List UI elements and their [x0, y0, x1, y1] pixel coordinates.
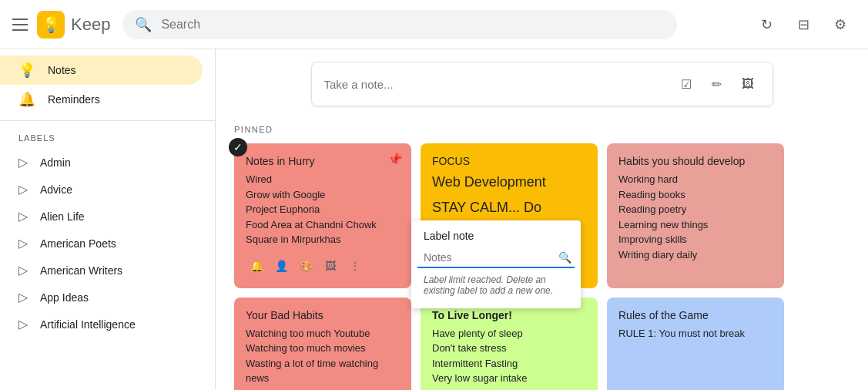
logo: 💡 Keep [37, 11, 110, 39]
note-more-button[interactable]: ⋮ [344, 255, 366, 277]
label-popup-search[interactable]: 🔍 [417, 248, 575, 268]
note-line: Writing diary daily [618, 247, 772, 263]
search-input[interactable] [161, 18, 665, 32]
label-icon-advice: ▷ [18, 182, 28, 197]
settings-icon: ⚙ [834, 16, 846, 33]
sidebar-item-alien-life[interactable]: ▷ Alien Life [0, 203, 203, 230]
note-line: Have plenty of sleep [432, 326, 586, 341]
layout-button[interactable]: ⊟ [788, 9, 819, 40]
note-content-rules: RULE 1: You must not break [618, 326, 772, 341]
note-card-bad-habits[interactable]: Your Bad Habits Watching too much Youtub… [234, 298, 411, 391]
sidebar-reminders-label: Reminders [48, 93, 100, 106]
label-name-writers: American Writers [40, 264, 122, 277]
note-line: Watching too much movies [246, 341, 400, 356]
header-right: ↻ ⊟ ⚙ [751, 9, 856, 40]
note-content-habits: Working hard Reading books Reading poetr… [618, 172, 772, 262]
note-line: Learning new things [618, 217, 772, 233]
pinned-label: PINNED [234, 125, 850, 134]
labels-heading: LABELS [0, 127, 215, 149]
note-card-habits[interactable]: Habits you should develop Working hard R… [607, 143, 784, 288]
note-input-icons: ☑ ✏ 🖼 [674, 72, 760, 96]
note-line: Don't take stress [432, 341, 586, 356]
note-title-notes-in-hurry: Notes in Hurry [246, 155, 400, 167]
sidebar-item-american-writers[interactable]: ▷ American Writers [0, 257, 203, 284]
pin-icon: 📌 [387, 152, 403, 166]
sidebar-item-app-ideas[interactable]: ▷ App Ideas [0, 284, 203, 311]
note-collab-button[interactable]: 👤 [270, 255, 292, 277]
note-line: Wired [246, 172, 400, 187]
header: 💡 Keep 🔍 ↻ ⊟ ⚙ [0, 0, 868, 49]
note-content-notes-in-hurry: Wired Grow with Google Project Euphoria … [246, 172, 400, 247]
sidebar-item-admin[interactable]: ▷ Admin [0, 149, 203, 176]
image-icon-button[interactable]: 🖼 [736, 72, 760, 96]
label-icon-admin: ▷ [18, 155, 28, 170]
note-line: RULE 1: You must not break [618, 326, 772, 341]
note-line: Reading books [618, 187, 772, 203]
sidebar-notes-label: Notes [48, 64, 76, 76]
label-popup-search-icon: 🔍 [558, 251, 571, 264]
label-popup-input[interactable] [424, 251, 558, 264]
note-title-rules: Rules of the Game [618, 309, 772, 321]
checkbox-icon-button[interactable]: ☑ [674, 72, 699, 96]
note-line: Reading poetry [618, 202, 772, 217]
layout-icon: ⊟ [798, 16, 809, 33]
note-line: Square in Mirpurkhas [246, 232, 400, 247]
note-input-bar[interactable]: ☑ ✏ 🖼 [311, 62, 773, 106]
note-line: Very low sugar intake [432, 371, 586, 386]
label-name-poets: American Poets [40, 237, 116, 250]
label-name-admin: Admin [40, 156, 71, 169]
label-icon-alien: ▷ [18, 209, 28, 224]
pinned-check-icon: ✓ [229, 138, 247, 156]
label-icon-poets: ▷ [18, 236, 28, 250]
sidebar-item-notes[interactable]: 💡 Notes [0, 55, 203, 85]
note-line: Project Euphoria [246, 202, 400, 217]
label-popup: Label note 🔍 Label limit reached. Delete… [411, 220, 581, 308]
sidebar-item-reminders[interactable]: 🔔 Reminders [0, 85, 203, 114]
note-image-button[interactable]: 🖼 [320, 255, 341, 277]
note-input[interactable] [324, 78, 674, 91]
note-line: Working hard [618, 172, 772, 187]
note-actions: 🔔 👤 🎨 🖼 ⋮ [246, 255, 400, 277]
search-icon: 🔍 [135, 16, 152, 33]
note-title-live-longer: To Live Longer! [432, 309, 586, 321]
note-line: Improving skills [618, 232, 772, 247]
sidebar-divider [0, 120, 215, 121]
note-content-bad-habits: Watching too much Youtube Watching too m… [246, 326, 400, 386]
note-bell-button[interactable]: 🔔 [246, 255, 267, 277]
label-name-advice: Advice [40, 183, 72, 196]
note-line: Grow with Google [246, 187, 400, 203]
refresh-button[interactable]: ↻ [751, 9, 782, 40]
note-line: Wasting a lot of time watching news [246, 356, 400, 386]
sidebar-item-advice[interactable]: ▷ Advice [0, 176, 203, 203]
menu-button[interactable] [12, 18, 28, 31]
note-palette-button[interactable]: 🎨 [295, 255, 317, 277]
note-card-notes-in-hurry[interactable]: ✓ 📌 Notes in Hurry Wired Grow with Googl… [234, 143, 411, 288]
app-name: Keep [71, 15, 110, 35]
note-line: Food Area at Chandni Chowk [246, 217, 400, 233]
label-icon-app-ideas: ▷ [18, 290, 28, 304]
settings-button[interactable]: ⚙ [825, 9, 856, 40]
label-icon-writers: ▷ [18, 263, 28, 277]
note-line: Web Development [432, 172, 586, 193]
main-content: ☑ ✏ 🖼 PINNED ✓ 📌 Notes in Hurry Wired Gr… [216, 49, 868, 390]
pencil-icon-button[interactable]: ✏ [705, 72, 729, 96]
sidebar-item-ai[interactable]: ▷ Artificial Intelligence [0, 311, 203, 338]
note-title-focus: FOCUS [432, 155, 586, 167]
label-icon-ai: ▷ [18, 317, 28, 331]
logo-icon: 💡 [37, 11, 65, 39]
note-card-live-longer[interactable]: To Live Longer! Have plenty of sleep Don… [421, 298, 598, 391]
note-title-habits: Habits you should develop [618, 155, 772, 167]
header-left: 💡 Keep [12, 11, 110, 39]
sidebar-item-american-poets[interactable]: ▷ American Poets [0, 230, 203, 257]
label-popup-message: Label limit reached. Delete an existing … [411, 268, 581, 302]
note-content-live-longer: Have plenty of sleep Don't take stress I… [432, 326, 586, 386]
note-line: Intermittent Fasting [432, 356, 586, 372]
search-bar[interactable]: 🔍 [122, 10, 677, 39]
label-name-ai: Artificial Intelligence [40, 318, 136, 331]
bulb-icon: 💡 [18, 62, 35, 79]
sidebar: 💡 Notes 🔔 Reminders LABELS ▷ Admin ▷ Adv… [0, 49, 216, 390]
note-title-bad-habits: Your Bad Habits [246, 309, 400, 321]
label-name-app-ideas: App Ideas [40, 291, 89, 304]
note-card-rules[interactable]: Rules of the Game RULE 1: You must not b… [607, 298, 784, 391]
refresh-icon: ↻ [761, 16, 772, 33]
